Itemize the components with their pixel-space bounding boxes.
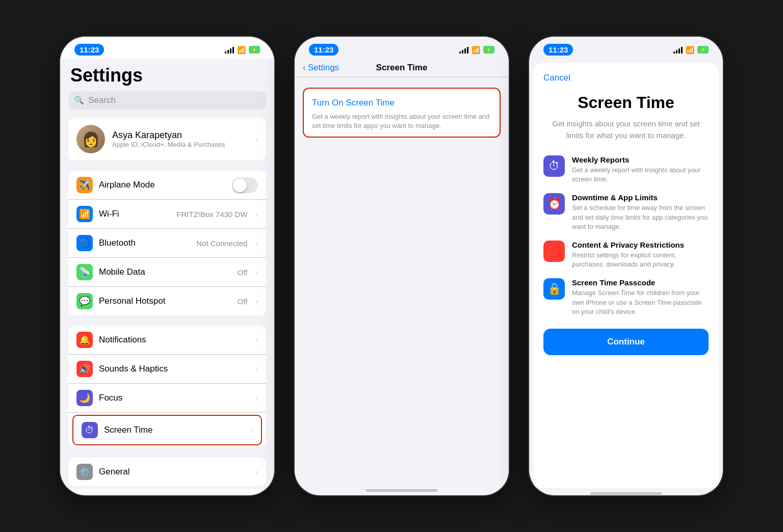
downtime-text: Downtime & App Limits Set a schedule for… [572, 193, 709, 231]
search-bar[interactable]: 🔍 Search [68, 91, 266, 110]
wifi-icon: 📶 [237, 46, 246, 54]
downtime-title: Downtime & App Limits [572, 193, 709, 202]
status-time-2: 11:23 [309, 44, 338, 56]
downtime-icon: ⏰ [543, 193, 565, 215]
screen-time-label: Screen Time [104, 425, 242, 435]
passcode-text: Screen Time Passcode Manage Screen Time … [572, 278, 709, 316]
hotspot-label: Personal Hotspot [99, 296, 231, 306]
focus-icon: 🌙 [76, 390, 93, 406]
screen-time-row[interactable]: ⏱ Screen Time › [72, 415, 262, 445]
profile-row[interactable]: 👩 Asya Karapetyan Apple ID, iCloud+, Med… [68, 118, 266, 161]
downtime-desc: Set a schedule for time away from the sc… [572, 203, 709, 231]
feature-list: ⏱ Weekly Reports Get a weekly report wit… [543, 155, 709, 316]
nav-title-2: Screen Time [376, 63, 428, 73]
avatar: 👩 [76, 125, 105, 153]
phone-settings: 11:23 📶 ⚡ Settings 🔍 Search 👩 Asya Karap… [60, 37, 274, 495]
cancel-button[interactable]: Cancel [543, 73, 709, 83]
weekly-reports-title: Weekly Reports [572, 155, 709, 164]
profile-subtitle: Apple ID, iCloud+, Media & Purchases [112, 141, 246, 148]
continue-button[interactable]: Continue [543, 329, 709, 355]
notifications-row[interactable]: 🔔 Notifications › [68, 326, 266, 355]
sounds-icon: 🔊 [76, 361, 93, 377]
bluetooth-row[interactable]: 🔵 Bluetooth Not Connected › [68, 229, 266, 258]
signal-icon-3 [673, 46, 683, 54]
profile-group[interactable]: 👩 Asya Karapetyan Apple ID, iCloud+, Med… [68, 118, 266, 161]
feature-weekly-reports: ⏱ Weekly Reports Get a weekly report wit… [543, 155, 709, 184]
notifications-icon: 🔔 [76, 332, 93, 348]
status-icons-3: 📶 ⚡ [673, 46, 709, 54]
turn-on-title: Turn On Screen Time [312, 98, 491, 108]
wifi-row-icon: 📶 [76, 206, 93, 222]
passcode-icon: 🔒 [543, 278, 565, 300]
feature-content-privacy: 🚫 Content & Privacy Restrictions Restric… [543, 241, 709, 269]
battery-icon-3: ⚡ [697, 46, 709, 54]
mobile-data-chevron: › [255, 268, 258, 276]
passcode-desc: Manage Screen Time for children from you… [572, 288, 709, 316]
weekly-reports-desc: Get a weekly report with insights about … [572, 166, 709, 184]
wifi-label: Wi-Fi [99, 209, 170, 219]
content-privacy-desc: Restrict settings for explicit content, … [572, 251, 709, 269]
settings-content: Settings 🔍 Search 👩 Asya Karapetyan Appl… [60, 59, 274, 489]
home-indicator-2 [366, 489, 437, 492]
wifi-value: FRITZ!Box 7430 DW [176, 210, 247, 219]
sounds-label: Sounds & Haptics [99, 364, 247, 374]
screen-time-content: Turn On Screen Time Get a weekly report … [295, 77, 509, 485]
mobile-data-icon: 📡 [76, 264, 93, 280]
airplane-mode-row[interactable]: ✈️ Airplane Mode [68, 171, 266, 200]
battery-icon: ⚡ [249, 46, 260, 54]
nav-bar-2: ‹ Settings Screen Time [295, 59, 509, 77]
bluetooth-chevron: › [255, 239, 258, 247]
wifi-row[interactable]: 📶 Wi-Fi FRITZ!Box 7430 DW › [68, 200, 266, 229]
status-bar-1: 11:23 📶 ⚡ [60, 37, 274, 59]
content-privacy-text: Content & Privacy Restrictions Restrict … [572, 241, 709, 269]
battery-icon-2: ⚡ [483, 46, 494, 54]
back-button[interactable]: ‹ Settings [303, 63, 339, 73]
bluetooth-icon: 🔵 [76, 235, 93, 251]
airplane-toggle[interactable] [232, 177, 258, 193]
screen-time-icon: ⏱ [82, 422, 98, 438]
hotspot-row[interactable]: 💬 Personal Hotspot Off › [68, 287, 266, 315]
feature-downtime: ⏰ Downtime & App Limits Set a schedule f… [543, 193, 709, 231]
profile-chevron: › [255, 135, 258, 143]
airplane-label: Airplane Mode [99, 180, 226, 190]
profile-info: Asya Karapetyan Apple ID, iCloud+, Media… [112, 130, 246, 148]
wifi-chevron: › [255, 210, 258, 218]
notifications-label: Notifications [99, 335, 247, 345]
weekly-reports-icon: ⏱ [543, 155, 565, 177]
hotspot-icon: 💬 [76, 293, 93, 309]
status-icons-2: 📶 ⚡ [459, 46, 494, 54]
mobile-data-row[interactable]: 📡 Mobile Data Off › [68, 258, 266, 287]
profile-name: Asya Karapetyan [112, 130, 246, 141]
general-label: General [99, 467, 247, 477]
focus-row[interactable]: 🌙 Focus › [68, 384, 266, 413]
bluetooth-value: Not Connected [196, 239, 247, 248]
search-placeholder: Search [88, 95, 116, 105]
settings-title: Settings [60, 59, 274, 91]
general-row[interactable]: ⚙️ General › [68, 458, 266, 486]
signal-icon [225, 46, 234, 54]
weekly-reports-text: Weekly Reports Get a weekly report with … [572, 155, 709, 184]
status-time-3: 11:23 [543, 44, 573, 56]
detail-desc: Get insights about your screen time and … [543, 118, 709, 141]
airplane-icon: ✈️ [76, 177, 93, 193]
general-icon: ⚙️ [76, 464, 93, 480]
focus-chevron: › [255, 394, 258, 402]
status-bar-3: 11:23 📶 ⚡ [529, 37, 723, 59]
phone-screen-time-detail: 11:23 📶 ⚡ Cancel Screen Time Get insight… [529, 37, 723, 495]
wifi-icon-3: 📶 [686, 46, 694, 54]
search-icon: 🔍 [74, 96, 84, 105]
status-bar-2: 11:23 📶 ⚡ [295, 37, 509, 59]
turn-on-box[interactable]: Turn On Screen Time Get a weekly report … [303, 88, 501, 138]
status-time-1: 11:23 [74, 44, 104, 56]
detail-sheet: Cancel Screen Time Get insights about yo… [533, 63, 719, 488]
signal-icon-2 [459, 46, 468, 54]
mobile-data-value: Off [238, 268, 248, 277]
turn-on-desc: Get a weekly report with insights about … [312, 112, 491, 130]
sounds-chevron: › [255, 365, 258, 373]
general-group: ⚙️ General › [68, 458, 266, 486]
wifi-icon-2: 📶 [472, 46, 480, 54]
status-icons-1: 📶 ⚡ [225, 46, 260, 54]
general-chevron: › [255, 468, 258, 476]
sounds-row[interactable]: 🔊 Sounds & Haptics › [68, 355, 266, 384]
system-group: 🔔 Notifications › 🔊 Sounds & Haptics › 🌙… [68, 326, 266, 447]
